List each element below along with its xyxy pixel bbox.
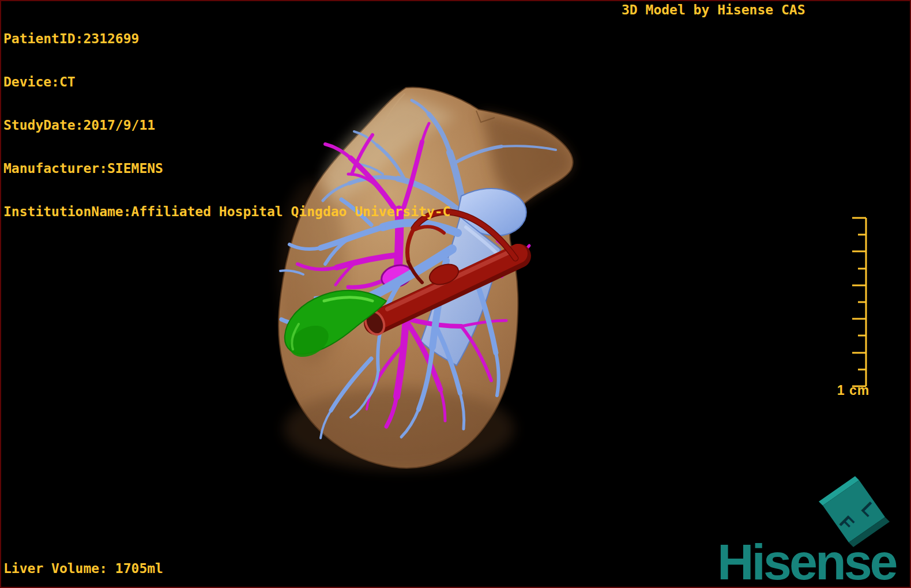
viewer-window: PatientID:2312699 Device:CT StudyDate:20… [0,0,911,588]
patient-info-block: PatientID:2312699 Device:CT StudyDate:20… [3,3,450,248]
device-line: Device:CT [3,75,450,89]
hisense-wordmark: Hisense [717,536,896,588]
watermark-text: 3D Model by Hisense CAS [622,3,805,17]
scale-bar-lines [852,218,866,386]
scale-bar-label: 1 cm [831,383,875,398]
patient-id-line: PatientID:2312699 [3,32,450,46]
liver-volume-label: Liver Volume: 1705ml [3,561,163,576]
manufacturer-line: Manufacturer:SIEMENS [3,161,450,176]
study-date-line: StudyDate:2017/9/11 [3,118,450,133]
institution-line: InstitutionName:Affiliated Hospital Qing… [3,205,450,219]
scale-bar [831,213,878,392]
liver-bottom-shade [284,387,514,470]
